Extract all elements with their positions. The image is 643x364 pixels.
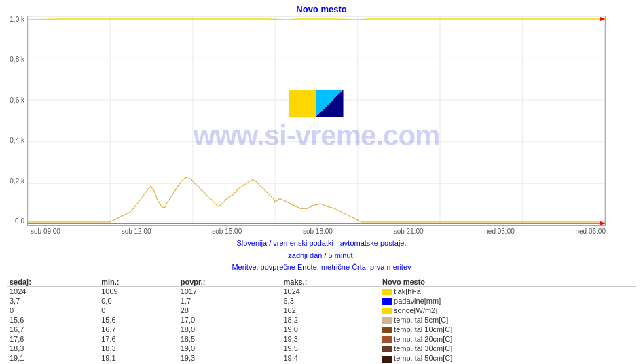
table-row: 1024100910171024tlak[hPa] bbox=[7, 286, 636, 296]
table-header: maks.: bbox=[280, 278, 380, 287]
table-cell-label: temp. tal 10cm[C] bbox=[380, 325, 636, 334]
table-cell: 18,0 bbox=[178, 325, 281, 334]
table-cell: 1017 bbox=[178, 286, 281, 296]
table-cell: 0,0 bbox=[98, 296, 177, 306]
table-row: 18,318,319,019,5temp. tal 30cm[C] bbox=[7, 344, 636, 353]
table-cell: 1024 bbox=[7, 286, 98, 296]
table-cell: 162 bbox=[280, 306, 380, 315]
table-cell-label: temp. tal 5cm[C] bbox=[380, 315, 636, 325]
table-cell: 1024 bbox=[280, 286, 380, 296]
table-cell: 19,5 bbox=[280, 344, 380, 353]
chart-title: Novo mesto bbox=[0, 0, 643, 14]
table-header: Novo mesto bbox=[380, 278, 636, 287]
table-header: sedaj: bbox=[7, 278, 98, 287]
table-cell: 3,7 bbox=[7, 296, 98, 306]
right-padding bbox=[606, 16, 643, 226]
chart-svg bbox=[28, 16, 605, 225]
main-container: Novo mesto 1,0 k0,8 k0,6 k0,4 k0,2 k0,0 … bbox=[0, 0, 643, 364]
table-row: 19,119,119,319,4temp. tal 50cm[C] bbox=[7, 353, 636, 363]
table-cell: 18,3 bbox=[7, 344, 98, 353]
info-line: Slovenija / vremenski podatki - avtomats… bbox=[0, 238, 643, 250]
color-box bbox=[382, 298, 392, 305]
table-cell: 19,1 bbox=[7, 353, 98, 363]
table-row: 16,716,718,019,0temp. tal 10cm[C] bbox=[7, 325, 636, 334]
color-box bbox=[382, 317, 392, 324]
y-label: 0,8 k bbox=[10, 56, 24, 63]
table-row: 17,617,618,519,3temp. tal 20cm[C] bbox=[7, 334, 636, 344]
table-cell-label: tlak[hPa] bbox=[380, 286, 636, 296]
table-cell-label: temp. tal 30cm[C] bbox=[380, 344, 636, 353]
x-label: sob 09:00 bbox=[31, 228, 60, 235]
color-box bbox=[382, 289, 392, 295]
table-cell: 19,0 bbox=[178, 344, 281, 353]
table-cell: 19,3 bbox=[280, 334, 380, 344]
info-line: Meritve: povprečne Enote: metrične Črta:… bbox=[0, 261, 643, 274]
x-label: ned 06:00 bbox=[576, 228, 606, 235]
table-cell: 6,3 bbox=[280, 296, 380, 306]
data-table: sedaj:min.:povpr.:maks.:Novo mesto 10241… bbox=[7, 278, 636, 363]
table-cell: 1,7 bbox=[178, 296, 281, 306]
x-label: sob 21:00 bbox=[394, 228, 424, 235]
x-label: ned 03:00 bbox=[484, 228, 515, 235]
info-text: Slovenija / vremenski podatki - avtomats… bbox=[0, 238, 643, 274]
table-header: povpr.: bbox=[178, 278, 281, 287]
y-label: 0,2 k bbox=[10, 177, 24, 185]
color-box bbox=[382, 327, 392, 333]
table-cell: 17,0 bbox=[178, 315, 281, 325]
x-axis: sob 09:00sob 12:00sob 15:00sob 18:00sob … bbox=[31, 228, 606, 235]
table-cell: 17,6 bbox=[98, 334, 177, 344]
y-axis: 1,0 k0,8 k0,6 k0,4 k0,2 k0,0 bbox=[0, 16, 27, 226]
x-label: sob 18:00 bbox=[303, 228, 333, 235]
table-cell: 19,3 bbox=[178, 353, 281, 363]
table-row: 15,615,617,018,2temp. tal 5cm[C] bbox=[7, 315, 636, 325]
y-label: 0,6 k bbox=[10, 96, 24, 104]
color-box bbox=[382, 336, 392, 343]
table-cell-label: temp. tal 20cm[C] bbox=[380, 334, 636, 344]
table-row: 0028162sonce[W/m2] bbox=[7, 306, 636, 315]
table-cell: 0 bbox=[7, 306, 98, 315]
table-header: min.: bbox=[98, 278, 177, 287]
svg-rect-3 bbox=[28, 16, 605, 225]
table-cell: 28 bbox=[178, 306, 281, 315]
table-cell: 19,4 bbox=[280, 353, 380, 363]
x-label: sob 15:00 bbox=[212, 228, 242, 235]
color-box bbox=[382, 308, 392, 314]
table-cell: 15,6 bbox=[98, 315, 177, 325]
table-cell: 15,6 bbox=[7, 315, 98, 325]
table-cell: 19,0 bbox=[280, 325, 380, 334]
chart-box: www.si-vreme.com bbox=[27, 16, 606, 226]
y-label: 0,4 k bbox=[10, 136, 24, 144]
y-label: 1,0 k bbox=[10, 16, 24, 23]
table-cell: 19,1 bbox=[98, 353, 177, 363]
table-cell: 0 bbox=[98, 306, 177, 315]
table-cell: 18,3 bbox=[98, 344, 177, 353]
color-box bbox=[382, 346, 392, 352]
table-cell-label: temp. tal 50cm[C] bbox=[380, 353, 636, 363]
table-cell: 18,2 bbox=[280, 315, 380, 325]
table-row: 3,70,01,76,3padavine[mm] bbox=[7, 296, 636, 306]
table-cell: 1009 bbox=[98, 286, 177, 296]
table-cell-label: sonce[W/m2] bbox=[380, 306, 636, 315]
table-cell: 18,5 bbox=[178, 334, 281, 344]
table-cell: 17,6 bbox=[7, 334, 98, 344]
chart-with-axes: 1,0 k0,8 k0,6 k0,4 k0,2 k0,0 www.si-vrem… bbox=[0, 16, 643, 226]
table-cell: 16,7 bbox=[7, 325, 98, 334]
info-line: zadnji dan / 5 minut. bbox=[0, 250, 643, 262]
table-cell-label: padavine[mm] bbox=[380, 296, 636, 306]
color-box bbox=[382, 356, 392, 363]
table-cell: 16,7 bbox=[98, 325, 177, 334]
x-label: sob 12:00 bbox=[122, 228, 151, 235]
y-label: 0,0 bbox=[15, 217, 24, 225]
